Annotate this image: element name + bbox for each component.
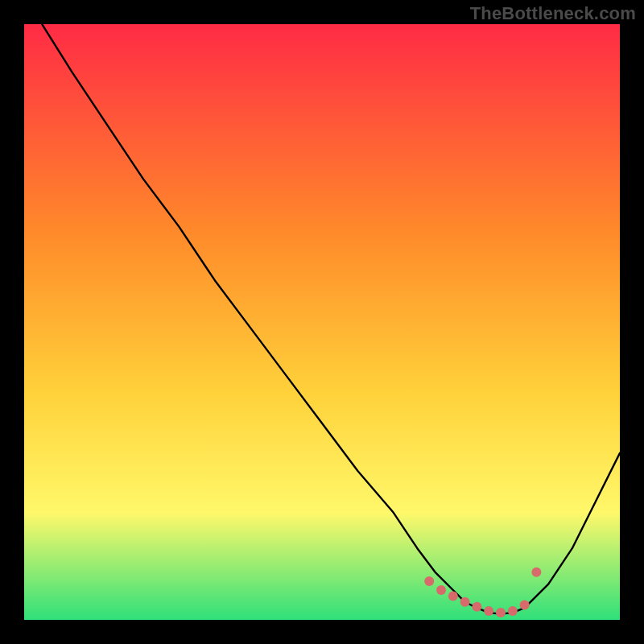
chart-frame: TheBottleneck.com [0, 0, 644, 644]
watermark-text: TheBottleneck.com [470, 3, 636, 24]
highlight-point [496, 608, 506, 617]
highlight-point [424, 576, 434, 586]
highlight-point [520, 601, 530, 610]
highlight-point [531, 568, 541, 577]
plot-area [24, 24, 620, 620]
chart-svg [24, 24, 620, 620]
highlight-point [472, 602, 481, 612]
highlight-point [448, 591, 458, 601]
highlight-point [436, 585, 446, 595]
gradient-background [24, 24, 620, 620]
highlight-point [484, 606, 493, 616]
highlight-point [460, 597, 470, 607]
highlight-point [508, 606, 518, 616]
